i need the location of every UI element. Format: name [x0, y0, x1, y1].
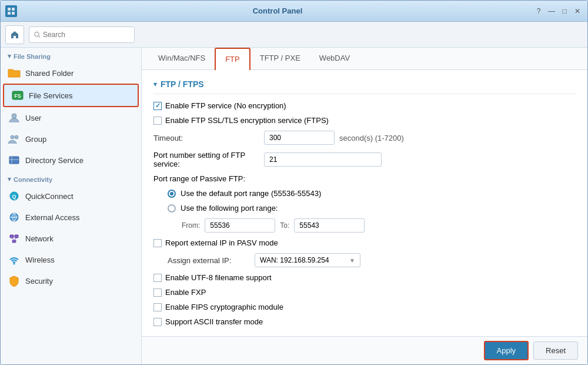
tabs-bar: Win/Mac/NFS FTP TFTP / PXE WebDAV	[142, 48, 587, 70]
group-icon	[8, 132, 21, 145]
close-button[interactable]: ✕	[572, 6, 583, 16]
chevron-down-icon: ▾	[8, 52, 11, 60]
tab-win-mac-nfs[interactable]: Win/Mac/NFS	[149, 48, 215, 69]
footer: Apply Reset	[142, 336, 587, 364]
ascii-row: Support ASCII transfer mode	[153, 317, 576, 326]
ascii-checkbox[interactable]	[153, 318, 162, 326]
fxp-checkbox[interactable]	[153, 288, 162, 297]
search-icon	[34, 31, 41, 38]
section-chevron-icon: ▾	[153, 80, 157, 88]
assign-ip-dropdown[interactable]: WAN: 192.168.59.254 ▼	[255, 253, 360, 267]
network-label: Network	[25, 234, 54, 243]
svg-line-5	[38, 35, 40, 37]
security-label: Security	[25, 277, 53, 286]
dropdown-arrow-icon: ▼	[349, 257, 355, 264]
svg-rect-3	[12, 12, 15, 15]
section-title: FTP / FTPS	[161, 79, 204, 89]
search-input[interactable]	[43, 31, 129, 39]
port-label-group: Port number setting of FTP service:	[153, 151, 259, 168]
enable-ftps-row: Enable FTP SSL/TLS encryption service (F…	[153, 116, 576, 125]
timeout-row: Timeout: second(s) (1-7200)	[153, 131, 576, 145]
port-range-inputs-row: From: To:	[182, 218, 576, 233]
report-ip-label[interactable]: Report external IP in PASV mode	[153, 238, 278, 247]
sidebar-item-security[interactable]: Security	[1, 270, 141, 291]
default-port-label[interactable]: Use the default port range (55536-55543)	[168, 189, 321, 198]
svg-rect-2	[8, 12, 11, 15]
fips-row: Enable FIPS cryptographic module	[153, 303, 576, 311]
ascii-label[interactable]: Support ASCII transfer mode	[153, 317, 263, 326]
enable-ftps-label[interactable]: Enable FTP SSL/TLS encryption service (F…	[153, 116, 329, 125]
custom-port-label[interactable]: Use the following port range:	[168, 204, 278, 213]
enable-ftp-checkbox[interactable]	[153, 102, 162, 110]
toolbar	[1, 22, 587, 48]
shared-folder-label: Shared Folder	[25, 69, 74, 78]
svg-rect-20	[10, 235, 14, 238]
group-label: Group	[25, 135, 46, 144]
assign-ip-value: WAN: 192.168.59.254	[260, 256, 329, 264]
connectivity-label: Connectivity	[14, 176, 52, 183]
minimize-button[interactable]: —	[546, 6, 557, 16]
svg-rect-1	[12, 8, 15, 11]
timeout-hint: second(s) (1-7200)	[339, 134, 404, 142]
passive-label: Port range of Passive FTP:	[153, 174, 245, 183]
to-label: To:	[280, 221, 289, 230]
sidebar-item-group[interactable]: Group	[1, 128, 141, 150]
tab-tftp-pxe[interactable]: TFTP / PXE	[250, 48, 310, 69]
tab-ftp[interactable]: FTP	[215, 48, 250, 70]
port-row: Port number setting of FTP service:	[153, 151, 576, 168]
sidebar-item-network[interactable]: Network	[1, 228, 141, 249]
sidebar-item-directory-service[interactable]: Directory Service	[1, 150, 141, 171]
user-label: User	[25, 114, 41, 122]
custom-port-radio[interactable]	[168, 204, 176, 213]
sidebar-item-shared-folder[interactable]: Shared Folder	[1, 62, 141, 84]
chevron-down-icon-2: ▾	[8, 175, 11, 183]
utf8-text: Enable UTF-8 filename support	[165, 273, 272, 282]
security-icon	[8, 274, 21, 287]
window-controls: ? — □ ✕	[533, 6, 583, 16]
utf8-label[interactable]: Enable UTF-8 filename support	[153, 273, 272, 282]
fxp-label[interactable]: Enable FXP	[153, 288, 206, 297]
default-port-row: Use the default port range (55536-55543)	[168, 189, 576, 198]
assign-ip-row: Assign external IP: WAN: 192.168.59.254 …	[168, 253, 576, 267]
main-area: ▾ File Sharing Shared Folder FS	[1, 48, 587, 364]
sidebar-item-external-access[interactable]: External Access	[1, 207, 141, 228]
default-port-radio[interactable]	[168, 190, 176, 198]
port-sublabel: service:	[153, 160, 259, 168]
enable-ftp-text: Enable FTP service (No encryption)	[165, 101, 286, 110]
apply-button[interactable]: Apply	[484, 341, 529, 360]
external-access-icon	[8, 211, 21, 224]
to-port-input[interactable]	[294, 218, 365, 233]
svg-rect-21	[15, 235, 18, 238]
port-label: Port number setting of FTP	[153, 151, 259, 160]
enable-ftps-checkbox[interactable]	[153, 117, 162, 125]
sidebar-item-quickconnect[interactable]: Q QuickConnect	[1, 185, 141, 207]
enable-ftp-row: Enable FTP service (No encryption)	[153, 101, 576, 110]
reset-button[interactable]: Reset	[533, 341, 578, 360]
svg-rect-22	[12, 240, 16, 243]
sidebar-item-file-services[interactable]: FS File Services	[3, 84, 139, 107]
port-input[interactable]	[264, 152, 382, 167]
help-button[interactable]: ?	[533, 6, 544, 16]
search-box	[29, 26, 135, 43]
tab-webdav[interactable]: WebDAV	[310, 48, 359, 69]
fips-checkbox[interactable]	[153, 303, 162, 311]
sidebar-item-wireless[interactable]: Wireless	[1, 249, 141, 270]
report-ip-checkbox[interactable]	[153, 239, 162, 247]
file-services-icon: FS	[11, 89, 24, 102]
enable-ftp-label[interactable]: Enable FTP service (No encryption)	[153, 101, 286, 110]
svg-line-23	[12, 238, 14, 240]
maximize-button[interactable]: □	[559, 6, 570, 16]
svg-rect-11	[9, 157, 19, 164]
fips-label[interactable]: Enable FIPS cryptographic module	[153, 303, 283, 311]
timeout-label: Timeout:	[153, 134, 259, 142]
file-services-label: File Services	[29, 91, 72, 100]
utf8-checkbox[interactable]	[153, 274, 162, 282]
passive-label-row: Port range of Passive FTP:	[153, 174, 576, 183]
home-button[interactable]	[5, 25, 24, 44]
sidebar-item-user[interactable]: User	[1, 107, 141, 128]
quickconnect-icon: Q	[8, 190, 21, 203]
svg-line-24	[14, 238, 16, 240]
timeout-input[interactable]	[264, 131, 335, 145]
from-port-input[interactable]	[205, 218, 275, 233]
window-title: Control Panel	[22, 6, 533, 15]
